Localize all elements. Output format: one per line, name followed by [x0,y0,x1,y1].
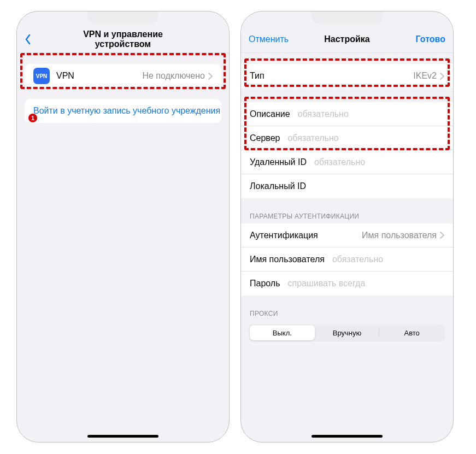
field-label: Удаленный ID [250,157,307,167]
auth-user-placeholder: обязательно [325,255,444,264]
notch [87,11,158,23]
field-label: Локальный ID [250,181,306,191]
notch [312,11,383,23]
proxy-segment-manual[interactable]: Вручную [315,325,380,340]
fields-group: Описание обязательно Сервер обязательно … [241,102,453,198]
back-icon[interactable] [25,34,31,45]
type-label: Тип [250,71,265,81]
field-local-id[interactable]: Локальный ID [241,174,453,198]
vpn-row-value: Не подключено [74,71,208,81]
chevron-right-icon [208,73,213,80]
nav-bar: Отменить Настройка Готово [241,26,453,53]
auth-user-label: Имя пользователя [250,255,325,264]
vpn-row[interactable]: VPN VPN Не подключено [25,64,221,88]
auth-user-row[interactable]: Имя пользователя обязательно [241,247,453,272]
home-indicator [87,435,158,438]
proxy-group: ПРОКСИ [241,306,453,321]
auth-type-label: Аутентификация [250,231,318,240]
field-placeholder: обязательно [307,157,444,167]
nav-bar: VPN и управление устройством [17,26,229,53]
auth-type-value: Имя пользователя [318,231,440,240]
proxy-segmented[interactable]: Выкл. Вручную Авто [249,324,445,341]
auth-pass-row[interactable]: Пароль спрашивать всегда [241,272,453,296]
auth-group: ПАРАМЕТРЫ АУТЕНТИФИКАЦИИ Аутентификация … [241,209,453,296]
chevron-right-icon [440,73,444,80]
step-badge: 1 [28,113,38,123]
vpn-group: VPN VPN Не подключено [25,64,221,88]
auth-pass-placeholder: спрашивать всегда [280,279,444,288]
field-placeholder: обязательно [280,133,444,143]
auth-pass-label: Пароль [250,279,280,288]
proxy-segment-off[interactable]: Выкл. [250,325,315,340]
field-server[interactable]: Сервер обязательно [241,126,453,150]
signin-row[interactable]: Войти в учетную запись учебного учрежден… [25,99,221,123]
done-button[interactable]: Готово [416,34,445,44]
phone-left: VPN и управление устройством VPN VPN Не … [16,11,230,443]
vpn-row-label: VPN [56,71,74,81]
proxy-segment-auto[interactable]: Авто [379,325,444,340]
cancel-button[interactable]: Отменить [249,34,289,44]
type-row[interactable]: Тип IKEv2 [241,64,453,88]
nav-title: VPN и управление устройством [68,30,178,49]
proxy-header: ПРОКСИ [241,306,453,321]
vpn-icon: VPN [33,68,50,84]
home-indicator [312,435,383,438]
type-group: Тип IKEv2 [241,64,453,88]
auth-type-row[interactable]: Аутентификация Имя пользователя [241,223,453,247]
field-description[interactable]: Описание обязательно [241,102,453,126]
field-label: Описание [250,109,290,119]
field-remote-id[interactable]: Удаленный ID обязательно [241,150,453,174]
phone-right: Отменить Настройка Готово Тип IKEv2 [240,11,454,443]
field-placeholder: обязательно [290,109,444,119]
signin-group: Войти в учетную запись учебного учрежден… [25,99,221,123]
auth-header: ПАРАМЕТРЫ АУТЕНТИФИКАЦИИ [241,209,453,223]
field-label: Сервер [250,133,280,143]
nav-title: Настройка [292,34,402,44]
chevron-right-icon [440,232,444,239]
type-value: IKEv2 [265,71,440,81]
signin-row-label: Войти в учетную запись учебного учрежден… [33,105,221,117]
